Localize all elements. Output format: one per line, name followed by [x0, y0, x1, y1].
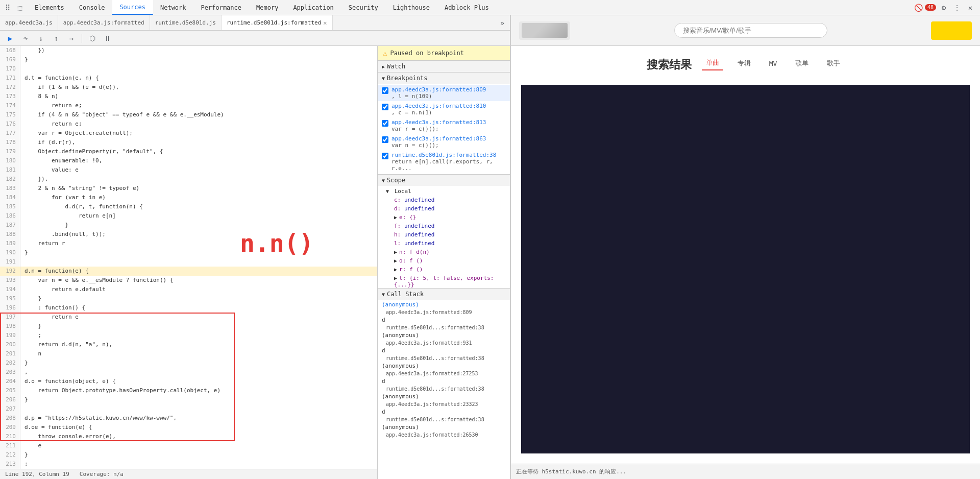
- breakpoint-item[interactable]: app.4eedc3a.js:formatted:810, c = n.n(1): [378, 101, 510, 117]
- tab-console[interactable]: Console: [72, 0, 113, 15]
- code-line[interactable]: 195 }: [0, 294, 377, 303]
- search-tab[interactable]: 单曲: [702, 56, 723, 70]
- callstack-frame[interactable]: (anonymous): [378, 300, 510, 309]
- breakpoint-checkbox[interactable]: [382, 136, 388, 143]
- callstack-frame[interactable]: (anonymous): [378, 392, 510, 401]
- step-into-button[interactable]: ↓: [35, 32, 47, 44]
- search-input[interactable]: [674, 23, 827, 38]
- tab-sources[interactable]: Sources: [112, 0, 153, 15]
- callstack-frame[interactable]: (anonymous): [378, 361, 510, 371]
- code-line[interactable]: 201 n: [0, 349, 377, 358]
- code-line[interactable]: 172 if (1 & n && (e = d(e)),: [0, 83, 377, 92]
- file-tab-runtime[interactable]: runtime.d5e801d.js: [150, 15, 222, 30]
- code-line[interactable]: 168 }): [0, 46, 377, 55]
- settings-icon[interactable]: ⚙: [938, 2, 949, 13]
- breakpoint-item[interactable]: runtime.d5e801d.js:formatted:38return e[…: [378, 150, 510, 173]
- code-editor[interactable]: n.n() 168 })169}170171d.t = function(e, …: [0, 46, 377, 469]
- search-tab[interactable]: 歌手: [823, 57, 844, 70]
- code-line[interactable]: 173 8 & n): [0, 92, 377, 101]
- code-line[interactable]: 186 return e[n]: [0, 211, 377, 221]
- step-out-button[interactable]: ↑: [50, 32, 62, 44]
- code-line[interactable]: 188 .bind(null, t));: [0, 230, 377, 239]
- resume-button[interactable]: ▶: [4, 32, 16, 44]
- tab-elements[interactable]: Elements: [28, 0, 72, 15]
- code-line[interactable]: 193 var n = e && e.__esModule ? function…: [0, 276, 377, 285]
- code-line[interactable]: 206}: [0, 395, 377, 404]
- code-line[interactable]: 185 d.d(r, t, function(n) {: [0, 202, 377, 211]
- breakpoint-item[interactable]: app.4eedc3a.js:formatted:809, l = n(109): [378, 85, 510, 101]
- tab-performance[interactable]: Performance: [194, 0, 249, 15]
- search-tab[interactable]: 歌单: [791, 57, 813, 70]
- scope-header[interactable]: ▼ Scope: [378, 175, 510, 186]
- search-tab[interactable]: MV: [765, 58, 781, 69]
- code-line[interactable]: 189 return r: [0, 239, 377, 248]
- breakpoint-item[interactable]: app.4eedc3a.js:formatted:813var r = c()(…: [378, 117, 510, 134]
- code-line[interactable]: 209d.oe = function(e) {: [0, 423, 377, 432]
- file-tab-app-formatted[interactable]: app.4eedc3a.js:formatted: [58, 15, 150, 30]
- code-line[interactable]: 200 return d.d(n, "a", n),: [0, 340, 377, 349]
- watch-header[interactable]: ▶ Watch: [378, 61, 510, 72]
- devtools-menu-icon[interactable]: ⠿: [2, 2, 13, 13]
- code-line[interactable]: 171d.t = function(e, n) {: [0, 74, 377, 83]
- step-button[interactable]: →: [65, 32, 78, 44]
- file-tab-runtime-formatted[interactable]: runtime.d5e801d.js:formatted ✕: [222, 15, 333, 30]
- tab-network[interactable]: Network: [153, 0, 194, 15]
- code-line[interactable]: 194 return e.default: [0, 285, 377, 294]
- scope-e[interactable]: ▶e: {}: [378, 213, 510, 222]
- callstack-frame[interactable]: (anonymous): [378, 422, 510, 432]
- code-line[interactable]: 210 throw console.error(e),: [0, 432, 377, 441]
- code-line[interactable]: 192d.n = function(e) {: [0, 267, 377, 276]
- more-options-icon[interactable]: ⋮: [951, 2, 963, 13]
- step-over-button[interactable]: ↷: [19, 32, 32, 44]
- tab-security[interactable]: Security: [341, 0, 386, 15]
- callstack-frame[interactable]: d: [378, 407, 510, 417]
- code-line[interactable]: 196 : function() {: [0, 303, 377, 313]
- code-line[interactable]: 205 return Object.prototype.hasOwnProper…: [0, 386, 377, 395]
- local-scope-header[interactable]: ▼ Local: [378, 187, 510, 196]
- code-line[interactable]: 212}: [0, 450, 377, 460]
- code-line[interactable]: 211 e: [0, 441, 377, 450]
- file-tab-app[interactable]: app.4eedc3a.js: [0, 15, 58, 30]
- code-line[interactable]: 198 }: [0, 322, 377, 331]
- code-line[interactable]: 190}: [0, 248, 377, 257]
- code-line[interactable]: 207: [0, 404, 377, 414]
- callstack-frame[interactable]: (anonymous): [378, 330, 510, 340]
- code-line[interactable]: 204d.o = function(object, e) {: [0, 377, 377, 386]
- code-line[interactable]: 178 if (d.r(r),: [0, 138, 377, 147]
- scope-r[interactable]: ▶r: f (): [378, 265, 510, 274]
- pause-exceptions-button[interactable]: ⏸: [102, 32, 114, 44]
- close-devtools-icon[interactable]: ✕: [965, 2, 976, 13]
- code-line[interactable]: 187 }: [0, 221, 377, 230]
- code-line[interactable]: 169}: [0, 55, 377, 64]
- code-line[interactable]: 183 2 & n && "string" != typeof e): [0, 184, 377, 193]
- breakpoints-header[interactable]: ▼ Breakpoints: [378, 73, 510, 84]
- scope-n[interactable]: ▶n: f d(n): [378, 248, 510, 256]
- search-tab[interactable]: 专辑: [733, 57, 755, 70]
- scope-o[interactable]: ▶o: f (): [378, 256, 510, 265]
- callstack-frame[interactable]: d: [378, 346, 510, 355]
- code-line[interactable]: 191: [0, 257, 377, 267]
- tab-adblock[interactable]: Adblock Plus: [437, 0, 497, 15]
- breakpoint-item[interactable]: app.4eedc3a.js:formatted:863var n = c()(…: [378, 134, 510, 150]
- code-line[interactable]: 177 var r = Object.create(null);: [0, 129, 377, 138]
- devtools-dock-icon[interactable]: ⬚: [14, 2, 26, 13]
- code-line[interactable]: 208d.p = "https://h5static.kuwo.cn/www/k…: [0, 414, 377, 423]
- tab-memory[interactable]: Memory: [249, 0, 286, 15]
- code-line[interactable]: 199 ;: [0, 331, 377, 340]
- code-line[interactable]: 174 return e;: [0, 101, 377, 110]
- deactivate-breakpoints-button[interactable]: ⬡: [86, 32, 99, 44]
- breakpoint-checkbox[interactable]: [382, 87, 388, 94]
- code-line[interactable]: 181 value: e: [0, 165, 377, 175]
- code-line[interactable]: 197 return e: [0, 313, 377, 322]
- code-line[interactable]: 170: [0, 64, 377, 74]
- breakpoint-checkbox[interactable]: [382, 120, 388, 127]
- code-line[interactable]: 202}: [0, 358, 377, 368]
- code-line[interactable]: 179 Object.defineProperty(r, "default", …: [0, 147, 377, 156]
- code-line[interactable]: 213;: [0, 460, 377, 469]
- code-line[interactable]: 184 for (var t in e): [0, 193, 377, 202]
- tab-application[interactable]: Application: [286, 0, 341, 15]
- tab-lighthouse[interactable]: Lighthouse: [386, 0, 437, 15]
- code-line[interactable]: 182 }),: [0, 175, 377, 184]
- code-line[interactable]: 175 if (4 & n && "object" == typeof e &&…: [0, 110, 377, 119]
- call-stack-list[interactable]: (anonymous)app.4eedc3a.js:formatted:809d…: [378, 300, 510, 479]
